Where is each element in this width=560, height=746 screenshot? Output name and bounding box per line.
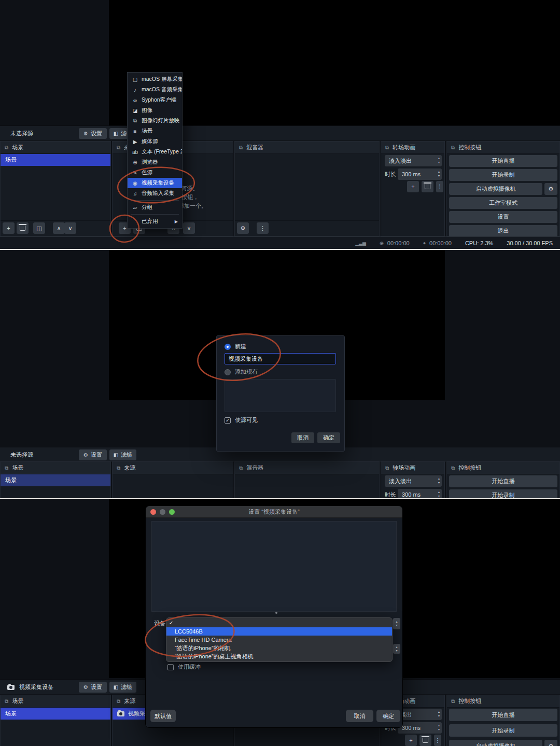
gear-icon: ⚙	[83, 685, 88, 690]
scene-list-item[interactable]: 场景	[1, 474, 110, 486]
properties-ok-button[interactable]: 确定	[376, 710, 400, 722]
unselected-source-label: 未选择源	[10, 126, 33, 141]
control-button[interactable]: 开始直播	[449, 155, 557, 167]
duration-spinbox[interactable]: 300 ms ▴▾	[398, 168, 442, 180]
add-existing-radio[interactable]: 添加现有	[225, 368, 258, 376]
menu-item-label: Syphon客户端	[142, 96, 176, 104]
scene-filters-button[interactable]: ◫	[33, 222, 45, 234]
stream-timer-icon: ◉	[380, 241, 384, 246]
menu-item[interactable]: ♪macOS 音频采集	[128, 85, 182, 95]
controls-dock-header: ⧉ 控制按钮	[447, 695, 559, 708]
scene-list-item[interactable]: 场景	[1, 154, 110, 166]
menu-item-icon: ⊕	[132, 160, 138, 165]
mixer-menu-button[interactable]: ⋮	[257, 222, 269, 234]
control-button[interactable]: 开始直播	[449, 709, 557, 721]
source-down-button[interactable]: ∨	[183, 222, 195, 234]
scene-list-item[interactable]: 场景	[1, 708, 110, 720]
use-buffer-checkbox[interactable]: 使用缓冲	[167, 663, 201, 671]
source-visible-checkbox[interactable]: ✓ 使源可见	[225, 416, 258, 424]
control-button[interactable]: 开始录制	[449, 169, 557, 181]
window-titlebar[interactable]: 设置 “视频采集设备”	[146, 506, 402, 518]
source-settings-button[interactable]: ⚙ 设置	[79, 449, 107, 460]
remove-scene-button[interactable]	[17, 222, 29, 234]
menu-item[interactable]: ✎色源	[128, 167, 182, 178]
dropdown-item[interactable]: FaceTime HD Camera	[166, 636, 392, 644]
control-button[interactable]: 退出	[449, 225, 557, 237]
zoom-icon[interactable]	[169, 509, 175, 515]
mixer-settings-button[interactable]: ⚙	[237, 222, 249, 234]
submenu-arrow-icon: ▶	[175, 219, 178, 224]
dropdown-item[interactable]: “皓语的iPhone”的桌上视角相机	[166, 652, 392, 660]
dropdown-item[interactable]: LCC5046B	[166, 627, 392, 636]
trash-icon	[423, 738, 428, 743]
control-button[interactable]: 开始直播	[449, 475, 557, 487]
control-button[interactable]: 开始录制	[449, 724, 557, 737]
duration-spinbox[interactable]: 300 ms ▴▾	[398, 722, 442, 734]
minimize-icon[interactable]	[160, 509, 165, 515]
popout-icon: ⧉	[5, 699, 8, 704]
control-button[interactable]: 启动虚拟摄像机	[449, 740, 542, 746]
menu-item[interactable]: ◉视频采集设备	[128, 178, 182, 188]
control-button[interactable]: 启动虚拟摄像机	[449, 183, 542, 195]
properties-cancel-button[interactable]: 取消	[346, 710, 373, 722]
fps-indicator: 30.00 / 30.00 FPS	[507, 240, 553, 246]
chevron-up-icon: ∧	[57, 226, 61, 231]
menu-item[interactable]: ▱分组	[128, 202, 182, 213]
menu-item-label: 视频采集设备	[142, 179, 174, 187]
device-combo-spinner[interactable]: ▴▾	[393, 618, 400, 629]
control-button[interactable]: 设置	[449, 211, 557, 223]
duration-spinbox[interactable]: 300 ms ▴▾	[398, 489, 442, 498]
virtual-camera-settings-button[interactable]: ⚙	[544, 740, 557, 746]
source-settings-button[interactable]: ⚙ 设置	[79, 682, 107, 693]
virtual-camera-settings-button[interactable]: ⚙	[544, 183, 557, 195]
remove-transition-button[interactable]	[422, 181, 433, 192]
menu-item[interactable]: ♫音频输入采集	[128, 188, 182, 199]
device-label: 设备	[154, 620, 165, 627]
transition-menu-button[interactable]: ⋮	[434, 735, 441, 746]
duration-label: 时长	[385, 168, 396, 180]
panel-icon: ◫	[36, 226, 41, 231]
menu-item[interactable]: ▶媒体源	[128, 136, 182, 147]
dialog-cancel-button[interactable]: 取消	[291, 432, 314, 443]
menu-item[interactable]: ▢macOS 屏幕采集	[128, 74, 182, 85]
source-filters-button[interactable]: ◧ 滤镜	[109, 449, 136, 460]
menu-item[interactable]: ⊕浏览器	[128, 157, 182, 167]
defaults-button[interactable]: 默认值	[150, 710, 176, 722]
popout-icon: ⧉	[239, 145, 243, 150]
control-button[interactable]: 开始录制	[449, 489, 557, 498]
scenes-dock: ⧉ 场景 场景 + ◫ ∧ ∨	[0, 141, 111, 236]
control-button[interactable]: 工作室模式	[449, 197, 557, 209]
source-name-input[interactable]: 视频采集设备	[225, 353, 336, 364]
add-transition-button[interactable]: +	[407, 181, 419, 192]
menu-item[interactable]: ⧉图像幻灯片放映	[128, 116, 182, 126]
status-bar: ▁▃▅ ◉ 00:00:00 ● 00:00:00 CPU: 2.3% 30.0…	[0, 236, 560, 249]
transitions-dock: ⧉ 转场动画 淡入淡出 ▴▾ 时长 300 ms ▴▾ + ⋮	[381, 141, 445, 236]
screenshot-step-2: 未选择源 ⚙ 设置 ◧ 滤镜 ⧉ 场景 场景 ⧉ 来源 ⧉ 混音器 ⧉ 转场动画	[0, 250, 560, 498]
menu-item[interactable]: ◪图像	[128, 105, 182, 116]
menu-item[interactable]: ab文本 (FreeType 2)	[128, 147, 182, 157]
preset-combo-spinner[interactable]: ▴▾	[393, 644, 400, 654]
add-scene-button[interactable]: +	[3, 222, 15, 234]
source-settings-button[interactable]: ⚙ 设置	[79, 128, 107, 139]
dropdown-check-row[interactable]: ✓	[166, 619, 392, 627]
menu-item[interactable]: 已弃用▶	[128, 216, 182, 227]
new-source-radio[interactable]: 新建	[225, 343, 246, 350]
dialog-ok-button[interactable]: 确定	[317, 432, 340, 443]
remove-transition-button[interactable]	[419, 735, 431, 746]
screenshot-step-3: 视频采集设备 ⚙ 设置 ◧ 滤镜 ⧉ 场景 场景 ⧉ 来源 视频采集设备 ⧉ 混…	[0, 499, 560, 746]
menu-item-label: 已弃用	[142, 218, 158, 225]
transition-select[interactable]: 淡入淡出 ▴▾	[385, 475, 442, 487]
scene-up-button[interactable]: ∧	[53, 222, 65, 234]
add-transition-button[interactable]: +	[405, 735, 417, 746]
popout-icon: ⧉	[451, 145, 455, 150]
scene-down-button[interactable]: ∨	[64, 222, 76, 234]
unselected-source-label: 未选择源	[10, 447, 33, 462]
menu-item[interactable]: ≡场景	[128, 126, 182, 136]
transition-select[interactable]: 淡入淡出 ▴▾	[385, 155, 442, 166]
existing-sources-list[interactable]	[225, 379, 336, 412]
source-filters-button[interactable]: ◧ 滤镜	[109, 682, 136, 693]
transition-menu-button[interactable]: ⋮	[436, 181, 443, 192]
close-icon[interactable]	[150, 509, 156, 515]
menu-item[interactable]: ∞Syphon客户端	[128, 95, 182, 105]
dropdown-item[interactable]: “皓语的iPhone”的相机	[166, 644, 392, 652]
